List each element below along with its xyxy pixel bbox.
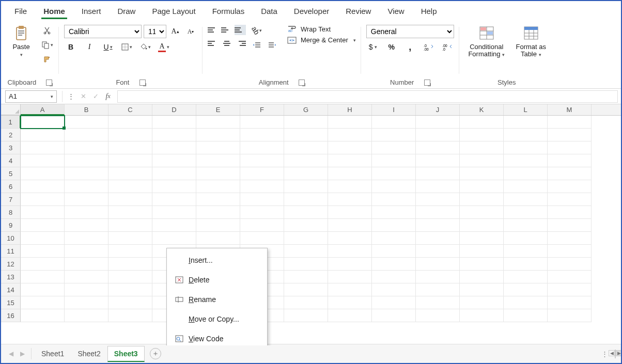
cell[interactable] xyxy=(284,167,328,180)
cell[interactable] xyxy=(108,180,152,193)
cell[interactable] xyxy=(152,141,196,154)
increase-font-button[interactable]: A▴ xyxy=(168,26,182,37)
cell[interactable] xyxy=(284,129,328,141)
dialog-launcher-icon[interactable] xyxy=(46,80,52,86)
cell[interactable] xyxy=(240,116,284,129)
ctx-delete[interactable]: Delete xyxy=(167,270,267,290)
cell[interactable] xyxy=(548,154,592,167)
cell[interactable] xyxy=(196,129,240,141)
sheet-tab[interactable]: Sheet2 xyxy=(71,346,107,362)
cell[interactable] xyxy=(284,206,328,219)
tab-file[interactable]: File xyxy=(6,4,35,19)
cell[interactable] xyxy=(108,129,152,141)
cell[interactable] xyxy=(460,232,504,245)
cell[interactable] xyxy=(21,232,65,245)
row-header[interactable]: 8 xyxy=(1,206,21,219)
cell[interactable] xyxy=(21,167,65,180)
cell[interactable] xyxy=(65,206,108,219)
dots-button[interactable]: ⋮ xyxy=(65,90,77,103)
cell[interactable] xyxy=(65,309,108,322)
cell[interactable] xyxy=(504,141,548,154)
name-box[interactable]: A1▾ xyxy=(5,90,57,103)
cell[interactable] xyxy=(328,271,372,283)
cell[interactable] xyxy=(416,296,460,309)
cell[interactable] xyxy=(460,141,504,154)
cell[interactable] xyxy=(284,180,328,193)
cell[interactable] xyxy=(284,193,328,206)
cell[interactable] xyxy=(21,180,65,193)
column-header[interactable]: B xyxy=(65,104,108,115)
cell[interactable] xyxy=(152,180,196,193)
cell[interactable] xyxy=(152,232,196,245)
cell[interactable] xyxy=(504,283,548,296)
cell[interactable] xyxy=(196,141,240,154)
cell[interactable] xyxy=(284,309,328,322)
cell[interactable] xyxy=(284,232,328,245)
column-header[interactable]: E xyxy=(196,104,240,115)
cell[interactable] xyxy=(196,193,240,206)
cell[interactable] xyxy=(460,245,504,258)
row-header[interactable]: 1 xyxy=(1,116,21,129)
cell[interactable] xyxy=(416,154,460,167)
cell[interactable] xyxy=(416,167,460,180)
cell[interactable] xyxy=(504,167,548,180)
merge-center-button[interactable]: Merge & Center ▾ xyxy=(287,36,356,44)
tab-developer[interactable]: Developer xyxy=(286,4,337,19)
cell[interactable] xyxy=(21,116,65,129)
wrap-text-button[interactable]: ab Wrap Text xyxy=(287,25,356,33)
column-header[interactable]: K xyxy=(460,104,504,115)
cell[interactable] xyxy=(548,309,592,322)
cell[interactable] xyxy=(372,219,416,232)
cell[interactable] xyxy=(416,180,460,193)
column-header[interactable]: J xyxy=(416,104,460,115)
dialog-launcher-icon[interactable] xyxy=(299,80,305,86)
cell[interactable] xyxy=(372,206,416,219)
cell[interactable] xyxy=(240,141,284,154)
font-color-button[interactable]: A▾ xyxy=(157,41,170,53)
cell[interactable] xyxy=(152,116,196,129)
cell[interactable] xyxy=(328,296,372,309)
cell[interactable] xyxy=(65,258,108,271)
row-header[interactable]: 10 xyxy=(1,232,21,245)
cell[interactable] xyxy=(152,193,196,206)
cell[interactable] xyxy=(108,258,152,271)
sheet-nav-prev[interactable]: ◀ xyxy=(5,348,17,359)
cell[interactable] xyxy=(504,116,548,129)
row-header[interactable]: 14 xyxy=(1,283,21,296)
cell[interactable] xyxy=(240,180,284,193)
orientation-button[interactable]: ab▾ xyxy=(250,25,263,36)
cell[interactable] xyxy=(21,219,65,232)
cell[interactable] xyxy=(328,206,372,219)
cell[interactable] xyxy=(152,129,196,141)
cell[interactable] xyxy=(460,193,504,206)
cell[interactable] xyxy=(21,309,65,322)
cell[interactable] xyxy=(108,296,152,309)
cell[interactable] xyxy=(460,116,504,129)
cell[interactable] xyxy=(416,206,460,219)
cell[interactable] xyxy=(328,141,372,154)
cell[interactable] xyxy=(152,206,196,219)
cell[interactable] xyxy=(21,141,65,154)
cell[interactable] xyxy=(504,258,548,271)
cell[interactable] xyxy=(108,271,152,283)
cell[interactable] xyxy=(108,232,152,245)
cell[interactable] xyxy=(504,219,548,232)
cell[interactable] xyxy=(108,206,152,219)
cell[interactable] xyxy=(416,116,460,129)
cell[interactable] xyxy=(548,167,592,180)
row-header[interactable]: 11 xyxy=(1,245,21,258)
column-header[interactable]: H xyxy=(328,104,372,115)
align-bottom-button[interactable] xyxy=(235,25,246,35)
cell[interactable] xyxy=(416,193,460,206)
cell[interactable] xyxy=(460,167,504,180)
row-header[interactable]: 16 xyxy=(1,309,21,322)
cell[interactable] xyxy=(21,154,65,167)
cell[interactable] xyxy=(21,283,65,296)
cell[interactable] xyxy=(504,193,548,206)
decrease-indent-button[interactable] xyxy=(250,39,263,51)
ctx-rename[interactable]: Rename xyxy=(167,290,267,309)
cell[interactable] xyxy=(284,271,328,283)
column-header[interactable]: G xyxy=(284,104,328,115)
cell[interactable] xyxy=(152,167,196,180)
cell[interactable] xyxy=(152,219,196,232)
